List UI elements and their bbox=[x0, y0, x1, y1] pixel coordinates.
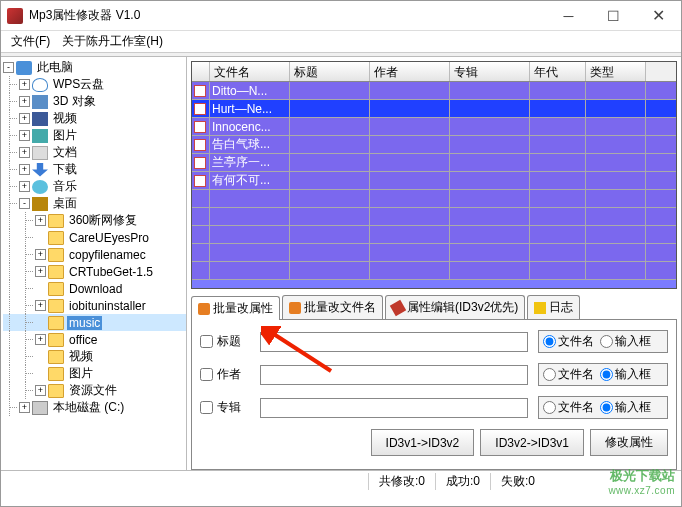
cell[interactable] bbox=[586, 226, 646, 243]
radio-album-input[interactable]: 输入框 bbox=[600, 399, 651, 416]
cell[interactable] bbox=[586, 136, 646, 153]
cell[interactable] bbox=[290, 154, 370, 171]
cell[interactable] bbox=[530, 154, 586, 171]
cell[interactable] bbox=[370, 208, 450, 225]
close-button[interactable]: ✕ bbox=[636, 1, 681, 30]
expander-icon[interactable]: - bbox=[3, 62, 14, 73]
expander-icon[interactable]: + bbox=[19, 113, 30, 124]
tree-item[interactable]: 文档 bbox=[51, 144, 79, 161]
cell[interactable] bbox=[370, 244, 450, 261]
tab-batch-attr[interactable]: 批量改属性 bbox=[191, 296, 280, 320]
col-header[interactable]: 类型 bbox=[586, 62, 646, 81]
cell[interactable] bbox=[586, 262, 646, 279]
tree-item[interactable]: Download bbox=[67, 282, 124, 296]
cell[interactable] bbox=[370, 100, 450, 117]
input-author[interactable] bbox=[260, 365, 528, 385]
cell[interactable] bbox=[290, 118, 370, 135]
expander-icon[interactable]: + bbox=[35, 334, 46, 345]
chk-title[interactable]: 标题 bbox=[200, 333, 260, 350]
cell-filename[interactable]: 兰亭序一... bbox=[210, 154, 290, 171]
expander-icon[interactable]: + bbox=[35, 385, 46, 396]
cell-filename[interactable] bbox=[210, 226, 290, 243]
tree-root[interactable]: 此电脑 bbox=[35, 59, 75, 76]
tree-item[interactable]: 桌面 bbox=[51, 195, 79, 212]
cell[interactable] bbox=[370, 226, 450, 243]
cell[interactable] bbox=[450, 208, 530, 225]
expander-icon[interactable]: + bbox=[35, 266, 46, 277]
cell[interactable] bbox=[290, 190, 370, 207]
expander-icon[interactable]: + bbox=[35, 215, 46, 226]
cell[interactable] bbox=[290, 262, 370, 279]
menu-about[interactable]: 关于陈丹工作室(H) bbox=[56, 31, 169, 52]
btn-id3v1-to-v2[interactable]: ID3v1->ID3v2 bbox=[371, 429, 475, 456]
cell[interactable] bbox=[586, 208, 646, 225]
folder-tree[interactable]: - 此电脑 +WPS云盘+3D 对象+视频+图片+文档+下载+音乐-桌面+360… bbox=[1, 57, 187, 470]
menu-file[interactable]: 文件(F) bbox=[5, 31, 56, 52]
cell[interactable] bbox=[530, 118, 586, 135]
cell[interactable] bbox=[530, 136, 586, 153]
cell[interactable] bbox=[450, 244, 530, 261]
col-header[interactable]: 作者 bbox=[370, 62, 450, 81]
cell[interactable] bbox=[370, 262, 450, 279]
file-grid[interactable]: 文件名标题作者专辑年代类型 Ditto—N...Hurt—Ne...Innoce… bbox=[191, 61, 677, 289]
radio-author-filename[interactable]: 文件名 bbox=[543, 366, 594, 383]
chk-author[interactable]: 作者 bbox=[200, 366, 260, 383]
tree-item[interactable]: 360断网修复 bbox=[67, 212, 139, 229]
cell[interactable] bbox=[586, 82, 646, 99]
cell-filename[interactable] bbox=[210, 244, 290, 261]
col-header[interactable]: 年代 bbox=[530, 62, 586, 81]
tab-batch-filename[interactable]: 批量改文件名 bbox=[282, 295, 383, 319]
cell[interactable] bbox=[530, 262, 586, 279]
tree-item[interactable]: 本地磁盘 (C:) bbox=[51, 399, 126, 416]
expander-icon[interactable]: + bbox=[35, 300, 46, 311]
tree-item[interactable]: CareUEyesPro bbox=[67, 231, 151, 245]
cell[interactable] bbox=[450, 190, 530, 207]
cell[interactable] bbox=[530, 100, 586, 117]
tree-item[interactable]: CRTubeGet-1.5 bbox=[67, 265, 155, 279]
cell[interactable] bbox=[370, 154, 450, 171]
cell[interactable] bbox=[450, 226, 530, 243]
cell[interactable] bbox=[290, 208, 370, 225]
cell[interactable] bbox=[290, 136, 370, 153]
tree-item[interactable]: copyfilenamec bbox=[67, 248, 148, 262]
cell[interactable] bbox=[450, 262, 530, 279]
tree-item[interactable]: 图片 bbox=[51, 127, 79, 144]
expander-icon[interactable]: + bbox=[19, 130, 30, 141]
expander-icon[interactable]: + bbox=[19, 147, 30, 158]
radio-title-filename[interactable]: 文件名 bbox=[543, 333, 594, 350]
cell[interactable] bbox=[290, 226, 370, 243]
btn-id3v2-to-v1[interactable]: ID3v2->ID3v1 bbox=[480, 429, 584, 456]
cell[interactable] bbox=[290, 82, 370, 99]
cell[interactable] bbox=[290, 244, 370, 261]
tree-item[interactable]: iobituninstaller bbox=[67, 299, 148, 313]
cell[interactable] bbox=[290, 172, 370, 189]
cell[interactable] bbox=[370, 136, 450, 153]
cell[interactable] bbox=[586, 154, 646, 171]
input-title[interactable] bbox=[260, 332, 528, 352]
radio-album-filename[interactable]: 文件名 bbox=[543, 399, 594, 416]
btn-modify-attr[interactable]: 修改属性 bbox=[590, 429, 668, 456]
cell-filename[interactable]: Ditto—N... bbox=[210, 82, 290, 99]
cell-filename[interactable]: Hurt—Ne... bbox=[210, 100, 290, 117]
cell[interactable] bbox=[450, 172, 530, 189]
cell-filename[interactable]: Innocenc... bbox=[210, 118, 290, 135]
col-header[interactable]: 专辑 bbox=[450, 62, 530, 81]
chk-album-box[interactable] bbox=[200, 401, 213, 414]
expander-icon[interactable]: + bbox=[19, 79, 30, 90]
cell-filename[interactable] bbox=[210, 190, 290, 207]
input-album[interactable] bbox=[260, 398, 528, 418]
cell[interactable] bbox=[586, 244, 646, 261]
cell-filename[interactable] bbox=[210, 262, 290, 279]
cell[interactable] bbox=[530, 208, 586, 225]
chk-album[interactable]: 专辑 bbox=[200, 399, 260, 416]
expander-icon[interactable]: - bbox=[19, 198, 30, 209]
cell[interactable] bbox=[586, 172, 646, 189]
tree-item[interactable]: 资源文件 bbox=[67, 382, 119, 399]
expander-icon[interactable]: + bbox=[19, 181, 30, 192]
expander-icon[interactable]: + bbox=[19, 402, 30, 413]
radio-title-input[interactable]: 输入框 bbox=[600, 333, 651, 350]
cell[interactable] bbox=[450, 118, 530, 135]
tree-item[interactable]: 下载 bbox=[51, 161, 79, 178]
col-header[interactable]: 文件名 bbox=[210, 62, 290, 81]
col-header[interactable]: 标题 bbox=[290, 62, 370, 81]
